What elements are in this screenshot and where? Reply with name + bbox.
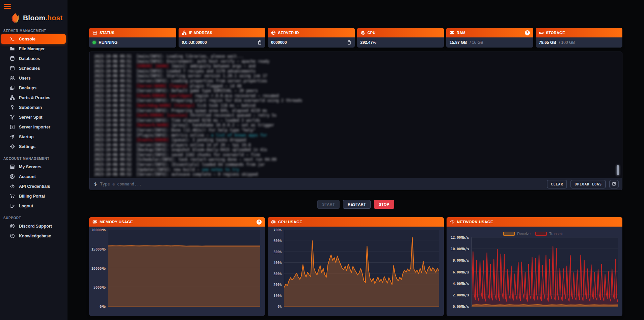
account-icon <box>10 174 15 179</box>
stop-button[interactable]: STOP <box>374 200 394 209</box>
sidebar-item-schedules[interactable]: Schedules <box>1 63 66 73</box>
sidebar-item-api-credentials[interactable]: API Credentials <box>1 181 66 191</box>
sidebar-item-knowledgebase[interactable]: Knowledgebase <box>1 231 66 241</box>
sidebar-item-label: Logout <box>19 204 33 208</box>
chart-title: MEMORY USAGE <box>100 220 133 224</box>
memory-chart: 20000Mb15000Mb10000Mb5000Mb0Mb <box>92 230 260 307</box>
console-icon <box>10 36 15 41</box>
y-tick-label: 20000Mb <box>91 228 106 232</box>
logo-text: Bloom.host <box>23 14 63 22</box>
prompt-symbol: $ <box>94 181 97 186</box>
server-id-card: SERVER ID 0000000 <box>268 28 355 48</box>
sidebar-item-account[interactable]: Account <box>1 172 66 181</box>
sidebar-item-server-importer[interactable]: Server Importer <box>1 122 66 132</box>
ram-icon <box>92 220 97 224</box>
receive-swatch <box>503 232 515 236</box>
sidebar-nav: SERVER MANAGEMENTConsoleFile ManagerData… <box>0 29 68 241</box>
servers-icon <box>10 164 15 169</box>
console-scrollbar[interactable] <box>617 165 619 175</box>
ram-icon <box>450 30 454 35</box>
sidebar-item-subdomain[interactable]: Subdomain <box>1 103 66 112</box>
ram-max: / 16 GB <box>469 40 483 45</box>
popout-console-button[interactable] <box>609 180 619 188</box>
copy-server-id-button[interactable] <box>347 40 351 45</box>
card-label: SERVER ID <box>278 31 299 35</box>
sidebar-item-label: Billing Portal <box>19 194 45 199</box>
y-tick-label: 8.00Mb/s <box>453 259 469 262</box>
sidebar-item-label: API Credentials <box>19 184 50 189</box>
power-buttons: START RESTART STOP <box>89 200 622 209</box>
ram-card: RAM? 15.87 GB/ 16 GB <box>446 28 533 48</box>
storage-value: 78.65 GB <box>539 40 556 45</box>
users-icon <box>10 76 15 81</box>
chart-title: NETWORK USAGE <box>457 220 493 224</box>
sidebar-item-console[interactable]: Console <box>1 34 66 44</box>
calendar-icon <box>10 66 15 71</box>
y-tick-label: 100% <box>273 294 281 297</box>
importer-icon <box>10 124 15 129</box>
ports-icon <box>10 95 15 100</box>
sidebar-item-file-manager[interactable]: File Manager <box>1 44 66 54</box>
gear-icon <box>10 144 15 149</box>
sidebar-item-label: Discord Support <box>19 224 52 229</box>
sidebar-item-backups[interactable]: Backups <box>1 83 66 93</box>
ram-help-icon[interactable]: ? <box>525 30 530 35</box>
status-card: STATUS RUNNING <box>89 28 176 48</box>
backup-icon <box>10 85 15 90</box>
sidebar-item-my-servers[interactable]: My Servers <box>1 162 66 172</box>
storage-card: STORAGE 78.65 GB/ 100 GB <box>536 28 623 48</box>
cpu-chart: 700%600%500%400%300%200%100%0% <box>270 230 439 307</box>
cpu-card: CPU 292.47% <box>357 28 444 48</box>
network-usage-panel: NETWORK USAGE Receive Transmit 12.00Mb/s… <box>447 217 622 316</box>
y-tick-label: 0% <box>277 305 281 309</box>
y-tick-label: 200% <box>273 283 281 287</box>
sidebar-item-logout[interactable]: Logout <box>1 201 66 211</box>
status-dot <box>92 41 96 44</box>
chip-icon <box>271 220 276 224</box>
sidebar-item-discord-support[interactable]: Discord Support <box>1 221 66 231</box>
sidebar-item-label: Ports & Proxies <box>19 95 50 100</box>
command-input[interactable] <box>100 182 543 186</box>
restart-button[interactable]: RESTART <box>343 200 371 209</box>
question-icon <box>10 233 15 238</box>
sidebar-item-billing-portal[interactable]: Billing Portal <box>1 191 66 201</box>
cart-icon <box>10 194 15 199</box>
clear-button[interactable]: CLEAR <box>547 180 567 188</box>
console-output[interactable]: 2023-10-08 09:51[main/INFO]: Loading lib… <box>89 52 622 178</box>
ip-value: 0.0.0.0:00000 <box>182 40 207 45</box>
ram-value: 15.87 GB <box>450 40 467 45</box>
sidebar-item-label: Account <box>19 174 36 179</box>
sidebar-item-label: Startup <box>19 135 34 139</box>
console-panel: 2023-10-08 09:51[main/INFO]: Loading lib… <box>89 52 622 190</box>
memory-help-icon[interactable]: ? <box>257 220 262 225</box>
cpu-plot <box>284 230 439 307</box>
start-button[interactable]: START <box>317 200 340 209</box>
sidebar-item-databases[interactable]: Databases <box>1 54 66 63</box>
app-root: Bloom.host SERVER MANAGEMENTConsoleFile … <box>0 0 644 320</box>
sidebar-item-startup[interactable]: Startup <box>1 132 66 142</box>
sidebar-item-settings[interactable]: Settings <box>1 142 66 151</box>
menu-icon[interactable] <box>4 4 11 9</box>
y-tick-label: 400% <box>273 261 281 265</box>
logout-icon <box>10 203 15 208</box>
section-heading-account-management: ACCOUNT MANAGEMENT <box>3 157 68 161</box>
cpu-usage-panel: CPU USAGE 700%600%500%400%300%200%100%0% <box>268 217 444 316</box>
console-log: 2023-10-08 09:51[main/INFO]: Loading lib… <box>94 54 617 177</box>
sidebar-item-users[interactable]: Users <box>1 73 66 83</box>
upload-logs-button[interactable]: UPLOAD LOGS <box>570 180 606 188</box>
y-tick-label: 300% <box>273 272 281 275</box>
sidebar-item-label: Server Split <box>19 115 42 120</box>
sidebar-item-label: Backups <box>19 86 36 90</box>
sidebar-item-label: My Servers <box>19 165 42 169</box>
sidebar: Bloom.host SERVER MANAGEMENTConsoleFile … <box>0 0 68 320</box>
sidebar-item-ports-proxies[interactable]: Ports & Proxies <box>1 93 66 103</box>
bloom-logo[interactable]: Bloom.host <box>9 12 68 24</box>
api-icon <box>10 184 15 189</box>
y-tick-label: 700% <box>273 228 281 232</box>
sidebar-item-server-split[interactable]: Server Split <box>1 112 66 122</box>
server-id-value: 0000000 <box>271 40 287 45</box>
memory-yaxis: 20000Mb15000Mb10000Mb5000Mb0Mb <box>92 230 108 307</box>
cpu-value: 292.47% <box>360 40 376 45</box>
sidebar-item-label: Settings <box>19 144 35 149</box>
copy-ip-button[interactable] <box>257 40 262 45</box>
